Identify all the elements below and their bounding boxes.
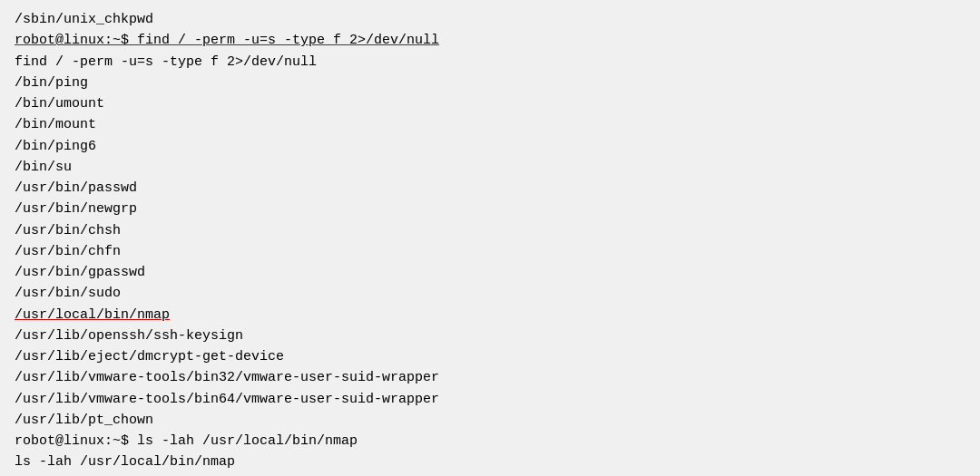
line-prompt-ls: robot@linux:~$ ls -lah /usr/local/bin/nm…: [15, 431, 965, 452]
line-usr-lib-pt-chown: /usr/lib/pt_chown: [15, 410, 965, 431]
line-usr-bin-chsh: /usr/bin/chsh: [15, 220, 965, 241]
line-usr-lib-openssh: /usr/lib/openssh/ssh-keysign: [15, 325, 965, 346]
line-prompt-find: robot@linux:~$ find / -perm -u=s -type f…: [15, 30, 965, 51]
line-usr-lib-eject: /usr/lib/eject/dmcrypt-get-device: [15, 346, 965, 367]
line-bin-ping6: /bin/ping6: [15, 136, 965, 157]
line-usr-bin-chfn: /usr/bin/chfn: [15, 241, 965, 262]
line-usr-lib-vmware-bin32: /usr/lib/vmware-tools/bin32/vmware-user-…: [15, 367, 965, 388]
line-bin-su: /bin/su: [15, 157, 965, 178]
line-bin-mount: /bin/mount: [15, 114, 965, 135]
line-bin-ping: /bin/ping: [15, 73, 965, 93]
line-ls-cmd: ls -lah /usr/local/bin/nmap: [15, 452, 965, 472]
line-usr-bin-sudo: /usr/bin/sudo: [15, 283, 965, 304]
line-sbin-chkpwd: /sbin/unix_chkpwd: [15, 9, 965, 30]
line-usr-bin-newgrp: /usr/bin/newgrp: [15, 199, 965, 219]
line-usr-local-bin-nmap: /usr/local/bin/nmap: [15, 305, 965, 325]
line-ls-result: -rwsr-xr-x 1 root root 493K Nov 13 2015 …: [15, 473, 965, 477]
line-bin-umount: /bin/umount: [15, 93, 965, 114]
line-usr-lib-vmware-bin64: /usr/lib/vmware-tools/bin64/vmware-user-…: [15, 389, 965, 410]
line-find-cmd: find / -perm -u=s -type f 2>/dev/null: [15, 52, 965, 73]
terminal-window: /sbin/unix_chkpwdrobot@linux:~$ find / -…: [0, 0, 980, 476]
line-usr-bin-gpasswd: /usr/bin/gpasswd: [15, 262, 965, 283]
line-usr-bin-passwd: /usr/bin/passwd: [15, 178, 965, 199]
